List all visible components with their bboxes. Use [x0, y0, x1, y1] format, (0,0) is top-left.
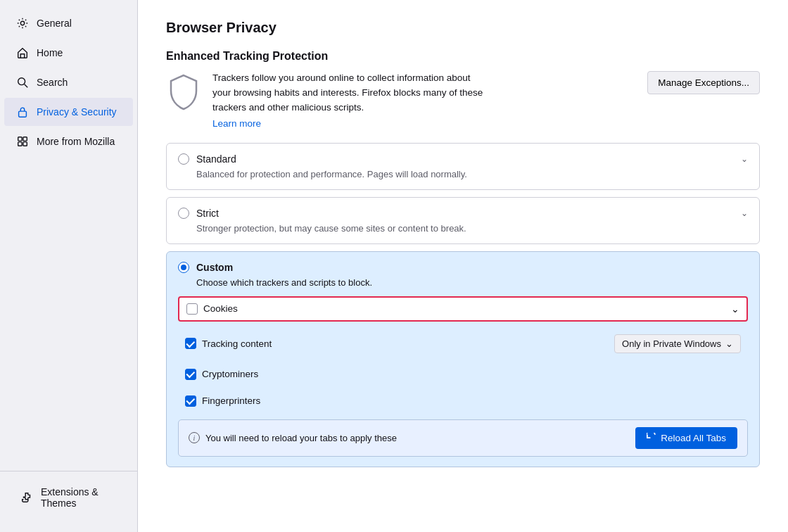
- custom-label: Custom: [196, 262, 233, 273]
- standard-label: Standard: [196, 153, 236, 165]
- cryptominers-label: Cryptominers: [202, 369, 258, 379]
- etp-description: Trackers follow you around online to col…: [212, 71, 487, 115]
- etp-section-title: Enhanced Tracking Protection: [166, 50, 760, 63]
- reload-bar-text: You will need to reload your tabs to app…: [205, 433, 397, 443]
- svg-rect-6: [18, 142, 22, 146]
- tracking-content-dropdown[interactable]: Only in Private Windows ⌄: [614, 334, 741, 353]
- sidebar-item-privacy[interactable]: Privacy & Security: [4, 98, 133, 126]
- etp-left: Trackers follow you around online to col…: [166, 71, 487, 129]
- sidebar-item-search-label: Search: [37, 77, 68, 88]
- sidebar-item-privacy-label: Privacy & Security: [37, 106, 117, 118]
- sidebar: General Home Search Privacy & Security: [0, 0, 138, 532]
- strict-desc: Stronger protection, but may cause some …: [196, 223, 748, 234]
- standard-option-left: Standard: [178, 153, 236, 165]
- fingerprinters-row: Fingerprinters: [178, 390, 748, 412]
- search-icon: [15, 75, 30, 89]
- custom-desc: Choose which trackers and scripts to blo…: [178, 277, 748, 288]
- shield-icon: [166, 71, 201, 113]
- strict-radio[interactable]: [178, 208, 189, 219]
- cookies-checkbox[interactable]: [186, 303, 198, 315]
- reload-btn-label: Reload All Tabs: [661, 433, 726, 443]
- standard-option-header: Standard ⌄: [178, 153, 748, 165]
- standard-chevron-icon: ⌄: [741, 154, 748, 164]
- svg-rect-7: [23, 142, 27, 146]
- svg-line-2: [25, 84, 28, 88]
- cookies-left: Cookies: [186, 303, 238, 315]
- custom-radio[interactable]: [178, 262, 189, 273]
- sidebar-item-mozilla[interactable]: More from Mozilla: [4, 127, 133, 156]
- cryptominers-checkbox[interactable]: [185, 369, 196, 380]
- cookies-label: Cookies: [203, 303, 238, 314]
- main-content: Browser Privacy Enhanced Tracking Protec…: [138, 0, 788, 532]
- sidebar-item-home[interactable]: Home: [4, 39, 133, 67]
- fingerprinters-label: Fingerprinters: [202, 395, 260, 406]
- fingerprinters-checkbox[interactable]: [185, 395, 196, 407]
- svg-point-1: [18, 78, 25, 85]
- reload-bar-text-row: i You will need to reload your tabs to a…: [189, 432, 397, 443]
- chevron-down-icon: ⌄: [731, 303, 739, 315]
- strict-chevron-icon: ⌄: [741, 208, 748, 218]
- cryptominers-row: Cryptominers: [178, 363, 748, 386]
- reload-icon: [647, 433, 656, 443]
- svg-rect-3: [19, 111, 27, 117]
- standard-desc: Balanced for protection and performance.…: [196, 169, 748, 179]
- strict-label: Strict: [196, 208, 219, 219]
- etp-description-row: Trackers follow you around online to col…: [166, 71, 760, 129]
- svg-rect-5: [23, 137, 27, 141]
- sidebar-item-search[interactable]: Search: [4, 68, 133, 96]
- home-icon: [15, 46, 30, 60]
- tracking-content-label: Tracking content: [202, 338, 272, 349]
- reload-all-tabs-button[interactable]: Reload All Tabs: [635, 427, 737, 449]
- cookies-row: Cookies ⌄: [178, 296, 748, 322]
- cryptominers-left: Cryptominers: [185, 369, 258, 380]
- tracking-content-left: Tracking content: [185, 338, 272, 349]
- tracking-content-checkbox[interactable]: [185, 338, 196, 349]
- standard-radio[interactable]: [178, 153, 189, 165]
- puzzle-icon: [20, 490, 34, 505]
- info-icon: i: [189, 432, 200, 443]
- svg-rect-4: [18, 137, 22, 141]
- sidebar-item-extensions-label: Extensions & Themes: [41, 486, 117, 509]
- fingerprinters-left: Fingerprinters: [185, 395, 260, 407]
- custom-option-card: Custom Choose which trackers and scripts…: [166, 251, 760, 467]
- tracking-content-chevron-icon: ⌄: [725, 338, 733, 349]
- sidebar-item-general[interactable]: General: [4, 9, 133, 37]
- gear-icon: [15, 16, 30, 30]
- tracking-content-row: Tracking content Only in Private Windows…: [178, 329, 748, 359]
- cookies-dropdown[interactable]: ⌄: [731, 303, 739, 315]
- etp-text-block: Trackers follow you around online to col…: [212, 71, 487, 129]
- strict-option-left: Strict: [178, 208, 219, 219]
- svg-point-0: [20, 21, 24, 25]
- lock-icon: [15, 105, 30, 119]
- standard-option-card: Standard ⌄ Balanced for protection and p…: [166, 143, 760, 190]
- reload-bar: i You will need to reload your tabs to a…: [178, 419, 748, 457]
- tracking-content-dropdown-label: Only in Private Windows: [622, 338, 721, 349]
- manage-exceptions-button[interactable]: Manage Exceptions...: [647, 71, 760, 94]
- sidebar-item-extensions[interactable]: Extensions & Themes: [8, 479, 129, 516]
- mozilla-icon: [15, 134, 30, 148]
- learn-more-link[interactable]: Learn more: [212, 118, 261, 129]
- sidebar-item-mozilla-label: More from Mozilla: [37, 136, 115, 147]
- strict-option-card: Strict ⌄ Stronger protection, but may ca…: [166, 197, 760, 244]
- strict-option-header: Strict ⌄: [178, 208, 748, 219]
- sidebar-item-general-label: General: [37, 18, 72, 29]
- sidebar-item-home-label: Home: [37, 47, 63, 58]
- custom-options: Cookies ⌄ Tracking content Only in Priva…: [178, 296, 748, 457]
- page-title: Browser Privacy: [166, 20, 760, 36]
- custom-option-header: Custom: [178, 262, 748, 273]
